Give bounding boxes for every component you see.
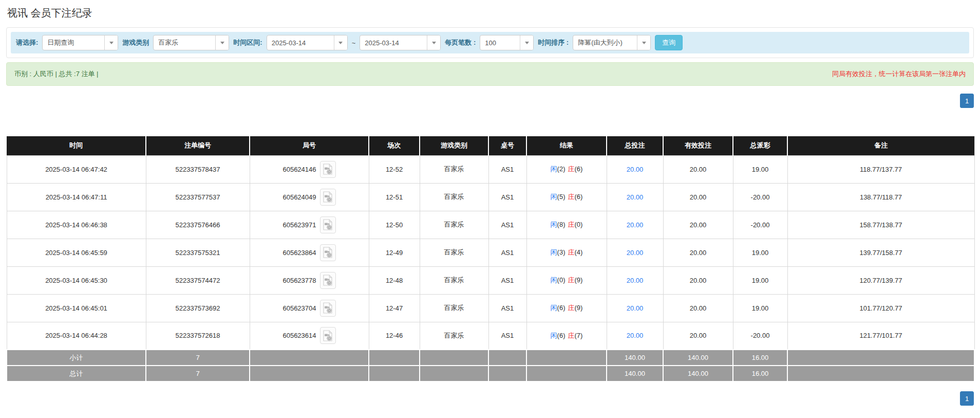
cell-valid-bet: 20.00 (663, 211, 733, 239)
banker-result-value: (6) (575, 193, 583, 201)
total-bet-link[interactable]: 20.00 (627, 166, 644, 173)
time-sort-select[interactable]: 降冪(由大到小) (573, 35, 651, 50)
banker-result-label: 庄 (568, 193, 575, 201)
banker-result-value: (4) (575, 248, 583, 256)
page-size-select[interactable]: 100 (480, 35, 534, 50)
video-icon (323, 330, 333, 341)
cell-time: 2025-03-14 06:47:42 (7, 155, 146, 183)
video-replay-button[interactable] (320, 300, 336, 317)
cell-game-type: 百家乐 (420, 294, 488, 322)
cell-remark: 138.77/118.77 (787, 183, 974, 211)
total-bet-link[interactable]: 20.00 (627, 332, 644, 339)
cell-valid-bet: 20.00 (663, 183, 733, 211)
filter-panel: 请选择: 日期查询 游戏类别 百家乐 时间区间: 2025-03-14 ~ 20… (6, 27, 974, 58)
cell-time: 2025-03-14 06:45:01 (7, 294, 146, 322)
summary-cell: 小计 (7, 350, 146, 366)
cell-bet-id: 522337572618 (146, 322, 250, 350)
cell-result: 闲(6)庄(7) (526, 322, 607, 350)
summary-cell: 140.00 (663, 350, 733, 366)
player-result-value: (0) (557, 276, 566, 284)
bets-table: 时间注单编号局号场次游戏类别桌号结果总投注有效投注总派彩备注 2025-03-1… (6, 136, 975, 382)
cell-session: 12-50 (369, 211, 420, 239)
time-range-label: 时间区间: (233, 38, 262, 47)
chevron-down-icon (215, 35, 229, 50)
cell-result: 闲(6)庄(9) (526, 294, 607, 322)
same-round-notice: 同局有效投注，统一计算在该局第一张注单内 (832, 69, 966, 79)
page: 视讯 会员下注纪录 请选择: 日期查询 游戏类别 百家乐 时间区间: 2025-… (0, 0, 980, 406)
video-replay-button[interactable] (320, 216, 336, 233)
cell-bet-id: 522337575321 (146, 239, 250, 266)
video-replay-button[interactable] (320, 327, 336, 344)
summary-cell (369, 350, 420, 366)
video-icon (323, 302, 333, 314)
video-replay-button[interactable] (320, 244, 336, 261)
time-sort-value: 降冪(由大到小) (573, 35, 637, 50)
total-bet-link[interactable]: 20.00 (627, 193, 644, 201)
total-bet-link[interactable]: 20.00 (627, 221, 644, 229)
column-header: 备注 (787, 136, 974, 155)
cell-table-no: AS1 (488, 239, 526, 266)
summary-cell (526, 350, 607, 366)
cell-game-type: 百家乐 (420, 155, 488, 183)
banker-result-label: 庄 (568, 332, 575, 339)
pagination-top: 1 (6, 94, 974, 108)
player-result-value: (6) (557, 332, 566, 339)
query-type-select[interactable]: 日期查询 (42, 35, 118, 50)
summary-cell: 140.00 (607, 350, 663, 366)
cell-table-no: AS1 (488, 294, 526, 322)
cell-game-type: 百家乐 (420, 239, 488, 266)
round-id-text: 605623614 (282, 332, 316, 339)
cell-total-bet: 20.00 (607, 322, 663, 350)
cell-valid-bet: 20.00 (663, 239, 733, 266)
table-row: 2025-03-14 06:47:11 522337577537 6056240… (7, 183, 974, 211)
summary-cell (488, 366, 526, 381)
cell-table-no: AS1 (488, 155, 526, 183)
summary-cell: 总计 (7, 366, 146, 381)
summary-cell: 16.00 (733, 366, 787, 381)
video-replay-button[interactable] (320, 272, 336, 289)
query-button[interactable]: 查询 (655, 35, 683, 50)
total-bet-link[interactable]: 20.00 (627, 304, 644, 312)
summary-cell: 7 (146, 350, 250, 366)
player-result-value: (5) (557, 193, 566, 201)
query-type-label: 请选择: (16, 38, 38, 47)
video-replay-button[interactable] (320, 189, 336, 206)
player-result-label: 闲 (551, 248, 557, 256)
chevron-down-icon (637, 35, 650, 50)
player-result-label: 闲 (551, 165, 557, 173)
summary-cell (488, 350, 526, 366)
subtotal-row: 小计7140.00140.0016.00 (7, 350, 974, 366)
cell-time: 2025-03-14 06:47:11 (7, 183, 146, 211)
date-from-input[interactable]: 2025-03-14 (267, 35, 348, 50)
cell-table-no: AS1 (488, 211, 526, 239)
date-to-input[interactable]: 2025-03-14 (360, 35, 441, 50)
video-replay-button[interactable] (320, 161, 336, 178)
cell-total-bet: 20.00 (607, 294, 663, 322)
table-row: 2025-03-14 06:47:42 522337578437 6056241… (7, 155, 974, 183)
summary-cell (526, 366, 607, 381)
banker-result-value: (0) (575, 221, 583, 228)
summary-cell (420, 366, 488, 381)
page-button-1[interactable]: 1 (960, 391, 974, 406)
cell-payout: -20.00 (733, 183, 787, 211)
cell-remark: 139.77/158.77 (787, 239, 974, 266)
cell-time: 2025-03-14 06:45:30 (7, 266, 146, 294)
cell-bet-id: 522337577537 (146, 183, 250, 211)
cell-valid-bet: 20.00 (663, 266, 733, 294)
summary-cell (787, 350, 974, 366)
table-body: 2025-03-14 06:47:42 522337578437 6056241… (7, 155, 974, 381)
banker-result-label: 庄 (568, 221, 575, 228)
page-size-value: 100 (480, 35, 520, 50)
game-type-label: 游戏类别 (122, 38, 149, 47)
cell-valid-bet: 20.00 (663, 322, 733, 350)
cell-total-bet: 20.00 (607, 239, 663, 266)
page-button-1[interactable]: 1 (960, 94, 974, 108)
game-type-select[interactable]: 百家乐 (153, 35, 229, 50)
cell-round-id: 605623614 (250, 322, 369, 350)
total-bet-link[interactable]: 20.00 (627, 277, 644, 284)
total-bet-link[interactable]: 20.00 (627, 249, 644, 257)
cell-bet-id: 522337576466 (146, 211, 250, 239)
filter-bar: 请选择: 日期查询 游戏类别 百家乐 时间区间: 2025-03-14 ~ 20… (11, 32, 969, 53)
summary-cell: 140.00 (607, 366, 663, 381)
info-bar: 币别 : 人民币 | 总共 :7 注单 | 同局有效投注，统一计算在该局第一张注… (6, 62, 974, 86)
